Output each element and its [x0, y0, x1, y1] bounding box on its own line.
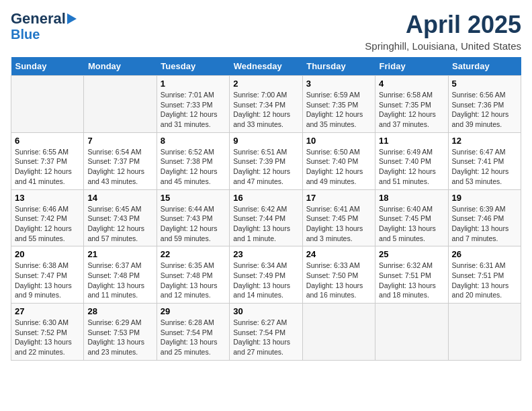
month-year-title: April 2025 [365, 11, 521, 39]
day-info: Sunrise: 6:58 AM Sunset: 7:35 PM Dayligh… [379, 90, 444, 130]
day-info: Sunrise: 6:59 AM Sunset: 7:35 PM Dayligh… [306, 90, 371, 130]
day-number: 6 [15, 136, 80, 146]
day-number: 22 [161, 249, 226, 259]
calendar-cell: 15Sunrise: 6:44 AM Sunset: 7:43 PM Dayli… [157, 189, 229, 246]
day-header-thursday: Thursday [302, 57, 375, 76]
day-number: 28 [87, 306, 152, 316]
calendar-cell: 12Sunrise: 6:47 AM Sunset: 7:41 PM Dayli… [448, 132, 521, 189]
calendar-cell: 8Sunrise: 6:52 AM Sunset: 7:38 PM Daylig… [157, 132, 229, 189]
logo-blue: Blue [11, 27, 40, 42]
day-info: Sunrise: 7:01 AM Sunset: 7:33 PM Dayligh… [161, 90, 226, 130]
calendar-cell [448, 304, 521, 361]
calendar-cell [375, 304, 448, 361]
day-info: Sunrise: 6:55 AM Sunset: 7:37 PM Dayligh… [15, 147, 80, 187]
day-number: 7 [87, 136, 152, 146]
day-info: Sunrise: 6:35 AM Sunset: 7:48 PM Dayligh… [161, 261, 226, 300]
calendar-cell: 24Sunrise: 6:33 AM Sunset: 7:50 PM Dayli… [302, 246, 375, 304]
calendar-cell: 18Sunrise: 6:40 AM Sunset: 7:45 PM Dayli… [375, 189, 448, 246]
day-header-friday: Friday [375, 57, 448, 76]
day-info: Sunrise: 6:41 AM Sunset: 7:45 PM Dayligh… [306, 204, 371, 244]
day-header-saturday: Saturday [448, 57, 521, 76]
day-info: Sunrise: 6:39 AM Sunset: 7:46 PM Dayligh… [452, 204, 517, 244]
calendar-week-4: 20Sunrise: 6:38 AM Sunset: 7:47 PM Dayli… [11, 246, 521, 304]
day-number: 25 [379, 249, 444, 259]
calendar-cell: 10Sunrise: 6:50 AM Sunset: 7:40 PM Dayli… [302, 132, 375, 189]
day-info: Sunrise: 6:56 AM Sunset: 7:36 PM Dayligh… [452, 90, 517, 130]
day-number: 1 [161, 79, 226, 89]
day-info: Sunrise: 6:50 AM Sunset: 7:40 PM Dayligh… [306, 147, 371, 187]
day-info: Sunrise: 6:42 AM Sunset: 7:44 PM Dayligh… [233, 204, 298, 244]
day-number: 17 [306, 193, 371, 203]
day-info: Sunrise: 7:00 AM Sunset: 7:34 PM Dayligh… [233, 90, 298, 130]
day-number: 26 [452, 249, 517, 259]
day-number: 15 [161, 193, 226, 203]
day-number: 3 [306, 79, 371, 89]
calendar-cell: 26Sunrise: 6:31 AM Sunset: 7:51 PM Dayli… [448, 246, 521, 304]
calendar-cell: 13Sunrise: 6:46 AM Sunset: 7:42 PM Dayli… [11, 189, 84, 246]
day-number: 24 [306, 249, 371, 259]
day-number: 4 [379, 79, 444, 89]
day-number: 16 [233, 193, 298, 203]
calendar-cell: 1Sunrise: 7:01 AM Sunset: 7:33 PM Daylig… [157, 76, 229, 133]
calendar-cell: 30Sunrise: 6:27 AM Sunset: 7:54 PM Dayli… [230, 304, 302, 361]
calendar-cell: 14Sunrise: 6:45 AM Sunset: 7:43 PM Dayli… [84, 189, 157, 246]
calendar-cell: 23Sunrise: 6:34 AM Sunset: 7:49 PM Dayli… [230, 246, 302, 304]
day-number: 29 [161, 306, 226, 316]
calendar-cell [302, 304, 375, 361]
day-info: Sunrise: 6:37 AM Sunset: 7:48 PM Dayligh… [87, 261, 152, 300]
calendar-header-row: SundayMondayTuesdayWednesdayThursdayFrid… [11, 57, 521, 76]
calendar-cell: 7Sunrise: 6:54 AM Sunset: 7:37 PM Daylig… [84, 132, 157, 189]
calendar-week-2: 6Sunrise: 6:55 AM Sunset: 7:37 PM Daylig… [11, 132, 521, 189]
calendar-cell: 16Sunrise: 6:42 AM Sunset: 7:44 PM Dayli… [230, 189, 302, 246]
day-number: 2 [233, 79, 298, 89]
day-number: 5 [452, 79, 517, 89]
day-info: Sunrise: 6:33 AM Sunset: 7:50 PM Dayligh… [306, 261, 371, 300]
calendar-cell: 27Sunrise: 6:30 AM Sunset: 7:52 PM Dayli… [11, 304, 84, 361]
day-info: Sunrise: 6:27 AM Sunset: 7:54 PM Dayligh… [233, 318, 298, 357]
calendar-cell: 25Sunrise: 6:32 AM Sunset: 7:51 PM Dayli… [375, 246, 448, 304]
calendar-cell: 28Sunrise: 6:29 AM Sunset: 7:53 PM Dayli… [84, 304, 157, 361]
calendar-cell: 4Sunrise: 6:58 AM Sunset: 7:35 PM Daylig… [375, 76, 448, 133]
calendar-cell [11, 76, 84, 133]
day-info: Sunrise: 6:28 AM Sunset: 7:54 PM Dayligh… [161, 318, 226, 357]
day-number: 8 [161, 136, 226, 146]
calendar-cell: 9Sunrise: 6:51 AM Sunset: 7:39 PM Daylig… [230, 132, 302, 189]
logo-general: General [11, 11, 66, 27]
day-header-wednesday: Wednesday [230, 57, 302, 76]
day-info: Sunrise: 6:46 AM Sunset: 7:42 PM Dayligh… [15, 204, 80, 244]
logo-arrow-icon [67, 13, 77, 24]
day-info: Sunrise: 6:29 AM Sunset: 7:53 PM Dayligh… [87, 318, 152, 357]
day-number: 27 [15, 306, 80, 316]
day-info: Sunrise: 6:47 AM Sunset: 7:41 PM Dayligh… [452, 147, 517, 187]
day-info: Sunrise: 6:52 AM Sunset: 7:38 PM Dayligh… [161, 147, 226, 187]
day-header-tuesday: Tuesday [157, 57, 229, 76]
day-info: Sunrise: 6:31 AM Sunset: 7:51 PM Dayligh… [452, 261, 517, 300]
day-info: Sunrise: 6:34 AM Sunset: 7:49 PM Dayligh… [233, 261, 298, 300]
calendar-week-3: 13Sunrise: 6:46 AM Sunset: 7:42 PM Dayli… [11, 189, 521, 246]
day-number: 19 [452, 193, 517, 203]
day-info: Sunrise: 6:49 AM Sunset: 7:40 PM Dayligh… [379, 147, 444, 187]
page-header: General Blue April 2025 Springhill, Loui… [11, 11, 521, 52]
day-number: 11 [379, 136, 444, 146]
calendar-table: SundayMondayTuesdayWednesdayThursdayFrid… [11, 57, 521, 361]
calendar-cell [84, 76, 157, 133]
day-number: 23 [233, 249, 298, 259]
calendar-cell: 29Sunrise: 6:28 AM Sunset: 7:54 PM Dayli… [157, 304, 229, 361]
day-info: Sunrise: 6:32 AM Sunset: 7:51 PM Dayligh… [379, 261, 444, 300]
calendar-cell: 20Sunrise: 6:38 AM Sunset: 7:47 PM Dayli… [11, 246, 84, 304]
calendar-cell: 11Sunrise: 6:49 AM Sunset: 7:40 PM Dayli… [375, 132, 448, 189]
day-number: 10 [306, 136, 371, 146]
logo: General Blue [11, 11, 77, 42]
calendar-cell: 5Sunrise: 6:56 AM Sunset: 7:36 PM Daylig… [448, 76, 521, 133]
day-info: Sunrise: 6:40 AM Sunset: 7:45 PM Dayligh… [379, 204, 444, 244]
calendar-cell: 17Sunrise: 6:41 AM Sunset: 7:45 PM Dayli… [302, 189, 375, 246]
location-subtitle: Springhill, Louisiana, United States [365, 40, 521, 52]
calendar-cell: 19Sunrise: 6:39 AM Sunset: 7:46 PM Dayli… [448, 189, 521, 246]
day-number: 9 [233, 136, 298, 146]
day-number: 20 [15, 249, 80, 259]
day-header-sunday: Sunday [11, 57, 84, 76]
day-number: 14 [87, 193, 152, 203]
day-number: 12 [452, 136, 517, 146]
day-header-monday: Monday [84, 57, 157, 76]
calendar-cell: 22Sunrise: 6:35 AM Sunset: 7:48 PM Dayli… [157, 246, 229, 304]
